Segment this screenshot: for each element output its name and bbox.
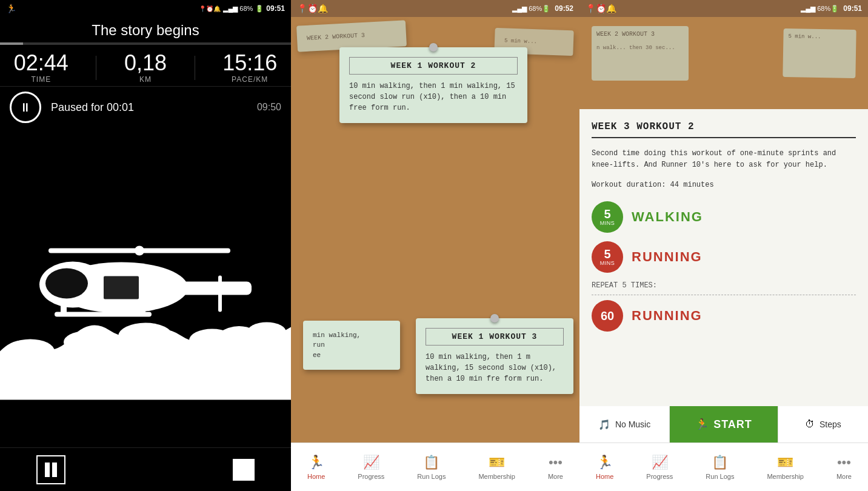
card-pin <box>429 43 438 52</box>
nav-progress-p2[interactable]: 📈 Progress <box>350 450 392 485</box>
status-bar-left-p2: 📍⏰🔔 <box>297 4 328 13</box>
status-icons: 📍⏰🔔 <box>199 5 221 12</box>
time-label: TIME <box>14 75 68 84</box>
nav-runlogs-p2[interactable]: 📋 Run Logs <box>410 450 453 485</box>
svg-point-16 <box>247 322 286 342</box>
status-bar-panel2: 📍⏰🔔 ▂▄▆ 68%🔋 09:52 <box>291 0 579 17</box>
svg-point-12 <box>6 339 55 364</box>
step-num-walking: 5 <box>604 208 610 220</box>
step-running: 5 MINS RUNNING <box>592 241 856 273</box>
km-label: KM <box>124 75 167 84</box>
nav-home-p3[interactable]: 🏃 Home <box>589 450 621 485</box>
status-bar-left-p3: 📍⏰🔔 <box>586 4 616 13</box>
svg-rect-7 <box>179 282 252 295</box>
bottom-pause-button[interactable] <box>36 455 65 484</box>
step-unit-running: MINS <box>600 260 615 266</box>
panel-workout-detail: 📍⏰🔔 ▂▄▆ 68%🔋 09:51 5 min w... WEEK 2 WOR… <box>579 0 868 491</box>
more-icon-p3: ••• <box>837 455 851 470</box>
runlogs-icon-p2: 📋 <box>423 455 439 470</box>
card-body-partial: min walking,runee <box>313 330 390 361</box>
svg-rect-11 <box>103 276 139 300</box>
app-icon-p2: 📍⏰🔔 <box>297 4 328 13</box>
modal-divider <box>592 137 856 138</box>
svg-point-6 <box>45 269 88 299</box>
modal-duration: Workout duration: 44 minutes <box>592 181 856 189</box>
nav-membership-p2[interactable]: 🎫 Membership <box>471 450 522 485</box>
svg-point-14 <box>118 323 173 350</box>
more-icon-p2: ••• <box>549 455 563 470</box>
step-num-extra: 60 <box>601 310 614 322</box>
workout-image <box>0 128 291 447</box>
stat-pace: 15:16 PACE/KM <box>222 52 277 84</box>
svg-rect-8 <box>55 312 152 317</box>
bottom-nav-panel3: 🏃 Home 📈 Progress 📋 Run Logs 🎫 Membershi… <box>579 443 868 491</box>
progress-icon-p2: 📈 <box>363 455 379 470</box>
app-icon: 🏃 <box>6 4 16 13</box>
svg-point-1 <box>135 246 144 256</box>
home-icon-p2: 🏃 <box>308 455 324 470</box>
nav-runlogs-p3[interactable]: 📋 Run Logs <box>698 450 741 485</box>
home-label-p2: Home <box>307 473 325 480</box>
workout-detail-modal: WEEK 3 WORKOUT 2 Second time doing this … <box>579 109 868 443</box>
start-button[interactable]: 🏃 START <box>670 406 778 443</box>
more-label-p3: More <box>836 473 852 480</box>
runlogs-label-p3: Run Logs <box>706 473 734 480</box>
steps-button[interactable]: ⏱ Steps <box>778 406 868 443</box>
workout-title: The story begins <box>0 17 291 42</box>
pause-bar-left <box>45 463 50 477</box>
board-bg-p3: 5 min w... WEEK 2 WORKOUT 3 n walk... th… <box>579 17 868 108</box>
status-bar-panel1: 🏃 📍⏰🔔 ▂▄▆ 68% 🔋 09:51 <box>0 0 291 17</box>
pause-button[interactable]: ⏸ <box>10 92 41 123</box>
card-week1-workout2[interactable]: WEEK 1 WORKOUT 2 10 min walking, then 1 … <box>339 47 527 123</box>
svg-rect-10 <box>139 303 145 315</box>
pace-label: PACE/KM <box>222 75 277 84</box>
nav-more-p2[interactable]: ••• More <box>541 450 570 485</box>
status-bar-left-icons: 🏃 <box>6 4 16 13</box>
bottom-nav-panel2: 🏃 Home 📈 Progress 📋 Run Logs 🎫 Membershi… <box>291 443 579 491</box>
stop-button[interactable] <box>233 459 255 481</box>
time-display: 09:51 <box>266 4 285 13</box>
progress-label-p3: Progress <box>646 473 673 480</box>
nav-home-p2[interactable]: 🏃 Home <box>300 450 332 485</box>
bg-card-p3-left: WEEK 2 WORKOUT 3 n walk... then 30 sec..… <box>592 26 689 81</box>
nav-more-p3[interactable]: ••• More <box>829 450 859 485</box>
step-num-running: 5 <box>604 248 610 260</box>
panel-workout-active: 🏃 📍⏰🔔 ▂▄▆ 68% 🔋 09:51 The story begins 0… <box>0 0 291 491</box>
signal-p3: ▂▄▆ 68%🔋 <box>801 5 839 12</box>
modal-body: Second time doing this workout of one-mi… <box>592 148 856 171</box>
action-bar: 🎵 No Music 🏃 START ⏱ Steps <box>579 406 868 443</box>
step-label-extra: RUNNING <box>632 308 703 324</box>
pause-icon: ⏸ <box>19 101 32 115</box>
home-label-p3: Home <box>596 473 613 480</box>
panel-workouts-board: 📍⏰🔔 ▂▄▆ 68%🔋 09:52 WEEK 2 WORKOUT 3 5 mi… <box>291 0 579 491</box>
step-walking: 5 MINS WALKING <box>592 201 856 233</box>
repeat-label: REPEAT 5 TIMES: <box>592 281 856 295</box>
nav-progress-p3[interactable]: 📈 Progress <box>639 450 680 485</box>
card-title-w1w2: WEEK 1 WORKOUT 2 <box>349 57 518 75</box>
card-title-w1w3: WEEK 1 WORKOUT 3 <box>426 328 564 346</box>
card-body-w1w2: 10 min walking, then 1 min walking, 15 s… <box>349 81 518 113</box>
progress-label-p2: Progress <box>358 473 384 480</box>
card-partial-left[interactable]: min walking,runee <box>303 321 400 370</box>
no-music-button[interactable]: 🎵 No Music <box>579 406 670 443</box>
nav-membership-p3[interactable]: 🎫 Membership <box>760 450 811 485</box>
pause-bar-right <box>52 463 57 477</box>
run-icon: 🏃 <box>695 418 709 431</box>
membership-icon-p3: 🎫 <box>777 455 793 470</box>
pause-row: ⏸ Paused for 00:01 09:50 <box>0 86 291 128</box>
card-week1-workout3[interactable]: WEEK 1 WORKOUT 3 10 min walking, then 1 … <box>416 318 573 394</box>
stat-time: 02:44 TIME <box>14 52 68 84</box>
membership-icon-p2: 🎫 <box>489 455 505 470</box>
step-circle-running: 5 MINS <box>592 241 623 273</box>
bg-card-p3-right: 5 min w... <box>783 28 856 78</box>
step-extra-running: 60 RUNNING <box>592 300 856 332</box>
signal-strength: ▂▄▆ 68% <box>223 5 253 13</box>
step-label-walking: WALKING <box>632 209 703 225</box>
step-label-running: RUNNING <box>632 249 703 265</box>
time-value: 02:44 <box>14 52 68 74</box>
km-value: 0,18 <box>124 52 167 74</box>
status-bar-right-p2: ▂▄▆ 68%🔋 09:52 <box>512 4 573 13</box>
svg-point-15 <box>189 329 235 352</box>
home-icon-p3: 🏃 <box>596 455 613 470</box>
stat-divider-1 <box>96 56 96 80</box>
